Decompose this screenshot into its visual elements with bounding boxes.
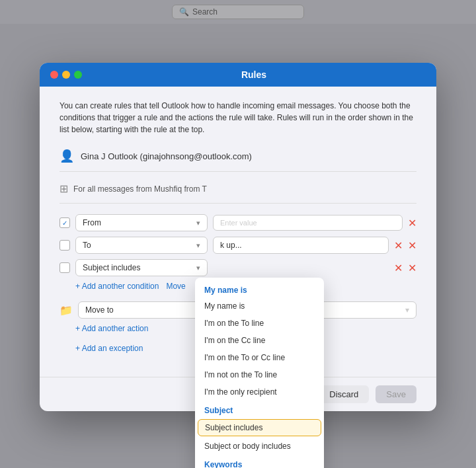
to-select-label: To (83, 241, 91, 250)
to-clear-button[interactable]: ✕ (394, 239, 403, 252)
add-condition-label: + Add another condition (75, 282, 159, 291)
condition-from-row: ✓ From Enter value ✕ (60, 214, 416, 231)
condition-dropdown: My name is My name is I'm on the To line… (195, 278, 324, 468)
from-select-label: From (83, 218, 101, 227)
maximize-button[interactable] (74, 71, 82, 79)
subject-chevron-icon (196, 263, 200, 272)
user-icon: 👤 (60, 149, 74, 163)
dropdown-item-cc-line[interactable]: I'm on the Cc line (195, 332, 324, 349)
subject-clear-button[interactable]: ✕ (394, 262, 403, 274)
move-to-value-chevron: ▾ (405, 305, 409, 315)
subject-checkbox[interactable] (60, 262, 70, 273)
subject-remove-button[interactable]: ✕ (408, 262, 416, 274)
dropdown-item-only-recipient[interactable]: I'm the only recipient (195, 383, 324, 401)
from-select[interactable]: From (75, 214, 208, 231)
move-link-label: Move (166, 282, 185, 291)
condition-to-row: To k up... ✕ ✕ (60, 237, 416, 254)
to-remove-button[interactable]: ✕ (408, 239, 416, 252)
user-row: 👤 Gina J Outlook (ginajohnsong@outlook.c… (60, 149, 416, 172)
save-button[interactable]: Save (376, 385, 416, 403)
filter-row: ⊞ For all messages from Mushfiq from T (60, 182, 416, 204)
dropdown-item-to-line[interactable]: I'm on the To line (195, 315, 324, 332)
discard-button[interactable]: Discard (319, 385, 369, 403)
subject-select-label: Subject includes (83, 263, 140, 272)
add-action-label: + Add another action (75, 324, 148, 333)
to-select[interactable]: To (75, 237, 208, 254)
from-chevron-icon (196, 218, 200, 227)
dropdown-item-subject-or-body[interactable]: Subject or body includes (195, 438, 324, 455)
dropdown-section-my-name: My name is (195, 280, 324, 297)
filter-icon: ⊞ (60, 182, 68, 195)
from-checkbox[interactable]: ✓ (60, 217, 70, 228)
from-remove-button[interactable]: ✕ (408, 217, 416, 229)
dropdown-section-keywords: Keywords (195, 455, 324, 468)
dropdown-item-subject-includes[interactable]: Subject includes (198, 419, 321, 436)
close-button[interactable] (50, 71, 58, 79)
to-value[interactable]: k up... (213, 237, 389, 254)
to-checkbox[interactable] (60, 240, 70, 251)
move-to-select[interactable]: Move to (78, 301, 210, 319)
minimize-button[interactable] (62, 71, 70, 79)
dropdown-item-not-to-line[interactable]: I'm not on the To line (195, 366, 324, 383)
dropdown-item-to-or-cc-line[interactable]: I'm on the To or Cc line (195, 349, 324, 366)
window-controls (50, 71, 82, 79)
from-value[interactable]: Enter value (213, 215, 403, 231)
rules-description: You can create rules that tell Outlook h… (60, 100, 416, 136)
modal-title: Rules (82, 69, 426, 80)
subject-select[interactable]: Subject includes (75, 259, 208, 276)
user-name: Gina J Outlook (ginajohnsong@outlook.com… (81, 151, 252, 161)
dropdown-section-subject: Subject (195, 401, 324, 418)
to-chevron-icon (196, 241, 200, 250)
folder-icon: 📁 (60, 304, 73, 317)
move-to-label: Move to (85, 305, 114, 315)
dropdown-item-my-name-is[interactable]: My name is (195, 297, 324, 315)
add-exception-label: + Add an exception (75, 344, 143, 353)
condition-subject-row: Subject includes ✕ ✕ (60, 259, 416, 276)
modal-header: Rules (40, 63, 436, 87)
filter-text: For all messages from Mushfiq from T (73, 184, 207, 194)
